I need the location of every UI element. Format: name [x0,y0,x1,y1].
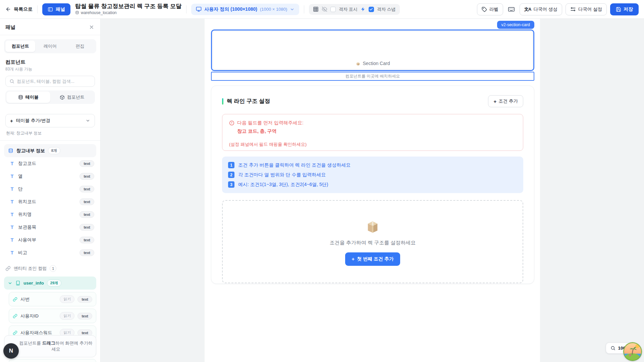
alert-circle-icon [229,120,234,126]
text-type-icon: T [9,186,15,192]
add-first-condition-button[interactable]: + 첫 번째 조건 추가 [345,252,400,266]
tab-edit[interactable]: 편집 [65,41,95,52]
close-panel-button[interactable] [88,24,95,31]
panel-tabs: 컴포넌트 레이어 편집 [4,39,96,53]
modal-artboard[interactable]: v2-section-card Section Card 컴포넌트를 이곳에 배… [205,19,540,362]
field-row[interactable]: T위치명text [4,208,96,221]
source-tab-tables[interactable]: 테이블 [6,92,50,103]
source-tab-components[interactable]: 컴포넌트 [50,92,94,103]
rack-card-title: 렉 라인 구조 설정 [227,98,270,105]
table-group-header[interactable]: 창고내부 정보 8개 [4,144,96,157]
i18n-generate-label: 다국어 생성 [533,6,557,12]
field-list[interactable]: 창고내부 정보 8개 T창고코드text T열text T단text T위치코드… [0,141,100,362]
i18n-settings-label: 다국어 설정 [578,6,602,12]
i18n-settings-button[interactable]: 다국어 설정 [566,3,607,15]
tab-layers[interactable]: 레이어 [35,41,65,52]
text-type-icon: T [9,250,15,255]
warning-required-fields: 창고 코드, 층, 구역 [237,128,516,134]
warning-line3: (설정 패널에서 필드 매핑을 확인하세요) [229,141,516,147]
database-icon [75,11,79,15]
tag-icon [482,7,487,12]
collaborator-cursor-avatar: N [3,343,19,359]
page-title: 탑씰 물류 창고정보관리 렉 구조 등록 모달 [75,3,181,10]
save-button[interactable]: 저장 [610,3,639,15]
text-type-icon: T [9,199,15,204]
plus-icon: + [352,256,355,261]
close-icon [89,24,94,30]
app-root: 목록으로 패널 탑씰 물류 창고정보관리 렉 구조 등록 모달 warehous… [0,0,644,362]
text-type-icon: T [9,161,15,166]
label-button[interactable]: 라벨 [477,3,503,15]
type-badge: text [77,313,92,319]
viewport-size-selector[interactable]: 사용자 정의 (1000×1080) (1000 × 1080) [191,4,299,15]
type-badge: text [79,186,94,192]
field-row[interactable]: T비고text [4,246,96,259]
text-type-icon: T [9,174,15,179]
link-icon [13,297,17,302]
grid-snap-checkbox[interactable] [369,7,374,12]
section-card-label: Section Card [363,61,390,66]
label-button-text: 라벨 [489,6,498,12]
field-row[interactable]: T단text [4,183,96,195]
search-input[interactable] [17,79,91,84]
field-row[interactable]: T창고코드text [4,157,96,170]
panel-toggle-label: 패널 [56,6,65,12]
join-field-count-badge: 29개 [47,280,61,287]
chevron-down-icon [86,118,90,123]
field-row[interactable]: T위치코드text [4,195,96,208]
join-field-row[interactable]: 사용자ID 읽기 text [9,309,96,323]
field-row[interactable]: T보관품목text [4,221,96,234]
conditions-empty-state: 조건을 추가하여 렉 구조를 설정하세요 + 첫 번째 조건 추가 [222,200,523,283]
grid-snap-label: 격자 스냅 [377,6,396,12]
section-card-component[interactable]: Section Card [211,29,534,71]
keyboard-icon [508,6,515,13]
link-icon [5,266,11,271]
plus-icon: + [493,99,496,104]
design-canvas[interactable]: v2-section-card Section Card 컴포넌트를 이곳에 배… [101,19,644,362]
database-icon [18,95,23,100]
add-table-button[interactable]: + 테이블 추가/변경 [5,114,95,127]
grid-show-label: 격자 표시 [339,6,358,12]
join-count-badge: 1 [50,265,56,272]
components-heading: 컴포넌트 [5,59,95,65]
title-block: 탑씰 물류 창고정보관리 렉 구조 등록 모달 warehouse_locati… [75,3,181,15]
step-item: 3 예시: 조건1(1~3열, 3단), 조건2(4~6열, 5단) [228,181,517,188]
type-badge: text [77,296,92,303]
island-avatar [623,342,642,361]
i18n-generate-button[interactable]: 文A 다국어 생성 [520,3,562,15]
building-icon [15,281,20,286]
step-item: 1 조건 추가 버튼을 클릭하여 렉 라인 조건을 생성하세요 [228,162,517,168]
chevron-down-icon [290,7,294,12]
header-divider [186,5,186,13]
field-row[interactable]: T열text [4,170,96,183]
panel-title: 패널 [5,24,15,31]
back-button[interactable]: 목록으로 [5,6,33,12]
source-toggle: 테이블 컴포넌트 [5,90,95,104]
field-row[interactable]: T사용여부text [4,234,96,246]
panel-toggle-button[interactable]: 패널 [42,3,70,15]
search-box [5,76,95,87]
grid-icon[interactable] [313,6,319,12]
eye-off-icon[interactable] [322,6,327,12]
type-badge: text [79,237,94,243]
join-table-user-info[interactable]: user_info 29개 [4,277,96,290]
monitor-icon [196,6,202,12]
table-name: warehouse_location [81,10,117,15]
keyboard-shortcuts-button[interactable] [506,4,516,14]
join-field-row[interactable]: 사번 읽기 text [9,292,96,306]
add-condition-button[interactable]: + 조건 추가 [488,95,523,107]
panel-icon [48,7,53,12]
text-type-icon: T [9,237,15,243]
link-icon [13,330,17,335]
grid-show-checkbox[interactable] [330,7,336,12]
viewport-size: (1000 × 1080) [260,7,287,12]
tab-components[interactable]: 컴포넌트 [5,41,35,52]
join-field-row[interactable]: 사용자 영어 이름 읽기 text [9,359,96,362]
grid-toolbar: 격자 표시 격자 스냅 [309,4,399,15]
component-panel: 패널 컴포넌트 레이어 편집 컴포넌트 83개 사용 가능 [0,19,101,362]
lightning-icon [361,7,366,12]
component-drop-zone[interactable]: 컴포넌트를 이곳에 배치하세요 [211,72,534,81]
search-icon [9,79,14,84]
text-type-icon: T [9,212,15,217]
instruction-steps: 1 조건 추가 버튼을 클릭하여 렉 라인 조건을 생성하세요 2 각 조건마다… [222,157,523,193]
